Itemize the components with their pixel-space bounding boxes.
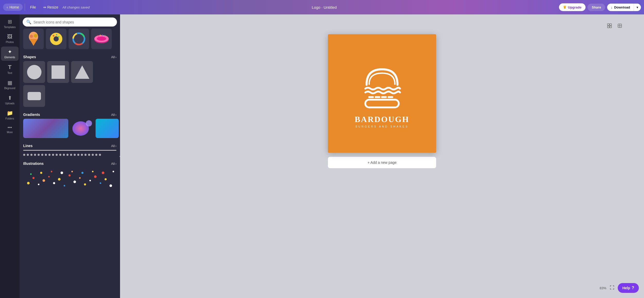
autosave-status: All changes saved (62, 5, 90, 9)
topbar-divider (25, 4, 25, 11)
svg-point-28 (38, 184, 39, 185)
download-icon: ↓ (611, 5, 613, 9)
gradient-teal[interactable] (96, 119, 119, 138)
upgrade-button[interactable]: ♛ Upgrade (559, 3, 586, 11)
zoom-level: 83% (600, 286, 606, 290)
sticker-thumb-pastry[interactable] (91, 29, 112, 49)
download-dropdown-arrow[interactable]: ▾ (634, 4, 641, 11)
svg-line-17 (100, 35, 100, 36)
illustrations-scatter (20, 168, 120, 188)
sidebar-item-elements[interactable]: ✦ Elements (1, 47, 19, 61)
uploads-icon: ⬆ (8, 95, 12, 101)
sticker-thumb-donut[interactable] (46, 29, 66, 49)
svg-point-50 (102, 172, 104, 174)
lines-col (20, 150, 120, 158)
sticker-thumb-ice-cream[interactable] (23, 29, 44, 49)
chevron-left-icon2: ‹ (119, 154, 120, 159)
svg-rect-21 (52, 65, 65, 79)
help-label: Help (622, 286, 630, 290)
svg-point-32 (58, 178, 61, 181)
search-input[interactable] (33, 20, 113, 24)
line-solid[interactable] (23, 150, 116, 151)
fullscreen-button[interactable] (608, 284, 616, 292)
svg-rect-63 (365, 100, 399, 107)
home-button[interactable]: ‹ Home (3, 4, 23, 11)
sidebar-item-bkground[interactable]: ▦ Bkground (1, 78, 19, 92)
gradients-section-header: Gradients All › (20, 109, 120, 119)
svg-rect-52 (607, 24, 609, 25)
sidebar-item-templates[interactable]: ⊞ Templates (1, 16, 19, 31)
scatter-svg (23, 168, 116, 188)
svg-point-46 (61, 172, 63, 174)
svg-point-27 (32, 177, 35, 179)
svg-point-43 (30, 173, 32, 175)
design-canvas[interactable]: BARDOUGH BURGERS AND SHAKES (328, 34, 436, 153)
sidebar-item-photos[interactable]: 🖼 Photos (1, 32, 19, 46)
illustrations-all-link[interactable]: All › (111, 162, 116, 166)
gradients-row (20, 119, 120, 141)
shapes-section-header: Shapes All › (20, 52, 120, 61)
add-page-button[interactable]: + Add a new page (328, 157, 436, 168)
topbar-left: ‹ Home File ⇔ Resize All changes saved (3, 4, 90, 11)
illustrations-section-header: Illustrations All › (20, 158, 120, 168)
home-label: Home (10, 5, 19, 9)
search-bar: 🔍 (20, 14, 120, 29)
lines-all-link[interactable]: All › (111, 144, 116, 148)
svg-rect-54 (607, 26, 609, 28)
sticker-thumb-ring[interactable] (69, 29, 89, 49)
help-question-mark: ? (632, 286, 634, 290)
svg-point-51 (113, 171, 114, 172)
chevron-right-icon3: › (115, 144, 116, 148)
text-icon: T (8, 64, 11, 71)
svg-point-49 (92, 171, 94, 172)
triangle-svg (74, 64, 90, 80)
shape-rounded-rect[interactable] (23, 85, 45, 107)
square-svg (50, 64, 66, 80)
help-button[interactable]: Help ? (618, 283, 639, 293)
svg-rect-53 (610, 24, 612, 25)
gradient-blue[interactable] (23, 119, 68, 138)
gradients-all-link[interactable]: All › (111, 113, 116, 117)
svg-point-34 (69, 174, 71, 176)
sidebar-item-more[interactable]: ••• More (1, 123, 19, 136)
lines-section-header: Lines All › (20, 141, 120, 150)
dot (23, 154, 25, 156)
svg-rect-55 (610, 26, 612, 28)
svg-point-36 (79, 177, 81, 179)
download-button-group: ↓ Download ▾ (607, 4, 641, 11)
ring-svg (72, 32, 86, 46)
canvas-tool-icon-1 (607, 23, 612, 28)
file-menu-button[interactable]: File (27, 4, 39, 11)
shape-triangle[interactable] (71, 61, 93, 83)
canvas-tool-btn-1[interactable] (606, 22, 613, 30)
download-button[interactable]: ↓ Download (607, 4, 634, 11)
brand-name: BARDOUGH (355, 115, 409, 124)
hide-panel-button[interactable]: ‹ (116, 150, 120, 163)
topbar-center: Logo · Untitled (92, 5, 557, 10)
svg-rect-23 (28, 92, 41, 100)
shapes-all-link[interactable]: All › (111, 55, 116, 59)
shape-circle[interactable] (23, 61, 45, 83)
canvas-tool-btn-2[interactable] (616, 22, 623, 30)
resize-menu-button[interactable]: ⇔ Resize (40, 4, 62, 11)
sidebar-item-text[interactable]: T Text (1, 62, 19, 76)
elements-icon: ✦ (8, 49, 12, 55)
line-dotted[interactable] (23, 154, 116, 156)
svg-point-29 (43, 179, 45, 182)
svg-point-35 (73, 181, 76, 183)
sidebar-item-folders[interactable]: 📁 Folders (1, 108, 19, 122)
fullscreen-icon (610, 285, 614, 290)
shapes-title: Shapes (23, 55, 36, 59)
shape-square[interactable] (47, 61, 69, 83)
blob-svg (70, 119, 94, 138)
gradient-blob[interactable] (70, 119, 94, 138)
photos-icon: 🖼 (7, 34, 12, 40)
folders-icon: 📁 (7, 110, 13, 116)
bottom-right-controls: 83% Help ? (600, 283, 639, 293)
document-title[interactable]: Logo · Untitled (312, 5, 337, 10)
search-input-wrap: 🔍 (23, 18, 117, 27)
share-button[interactable]: Share (588, 4, 605, 11)
sidebar-item-uploads[interactable]: ⬆ Uploads (1, 93, 19, 107)
templates-icon: ⊞ (8, 19, 12, 25)
svg-point-40 (100, 182, 101, 184)
